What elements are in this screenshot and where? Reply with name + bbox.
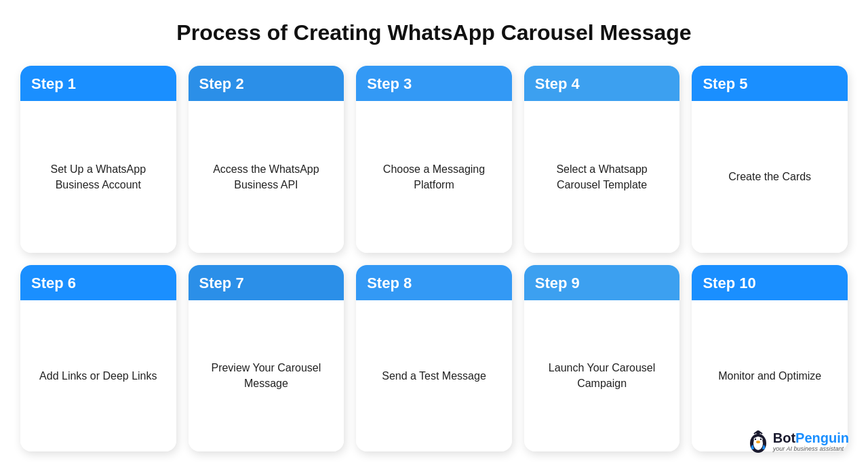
step-header-3: Step 3 [356, 66, 512, 101]
step-desc-2: Access the WhatsApp Business API [201, 161, 332, 193]
step-body-8: Send a Test Message [356, 300, 512, 452]
step-desc-7: Preview Your Carousel Message [201, 360, 332, 391]
step-desc-1: Set Up a WhatsApp Business Account [33, 161, 164, 193]
step-header-5: Step 5 [692, 66, 848, 101]
step-card-6: Step 6Add Links or Deep Links [20, 265, 176, 452]
brand-text: BotPenguin your AI business assistant [773, 430, 849, 452]
step-body-1: Set Up a WhatsApp Business Account [20, 101, 176, 253]
svg-point-6 [756, 441, 760, 443]
step-label-3: Step 3 [367, 75, 412, 92]
step-desc-8: Send a Test Message [382, 368, 486, 384]
step-header-6: Step 6 [20, 265, 176, 300]
step-header-7: Step 7 [189, 265, 344, 300]
step-label-4: Step 4 [535, 75, 580, 92]
step-card-7: Step 7Preview Your Carousel Message [189, 265, 344, 452]
step-body-9: Launch Your Carousel Campaign [524, 300, 680, 452]
step-label-5: Step 5 [703, 75, 747, 92]
step-card-2: Step 2Access the WhatsApp Business API [189, 66, 344, 253]
step-body-7: Preview Your Carousel Message [189, 300, 344, 452]
bot-penguin-icon [747, 428, 769, 454]
page-container: Process of Creating WhatsApp Carousel Me… [0, 0, 868, 465]
branding: BotPenguin your AI business assistant [747, 428, 849, 454]
brand-name-part1: Bot [773, 430, 795, 445]
step-card-3: Step 3Choose a Messaging Platform [356, 66, 512, 253]
step-header-8: Step 8 [356, 265, 512, 300]
step-card-9: Step 9Launch Your Carousel Campaign [524, 265, 680, 452]
page-title: Process of Creating WhatsApp Carousel Me… [176, 20, 691, 45]
step-label-7: Step 7 [199, 275, 244, 291]
step-header-1: Step 1 [20, 66, 176, 101]
step-label-10: Step 10 [703, 275, 755, 291]
step-desc-10: Monitor and Optimize [718, 368, 821, 384]
step-card-4: Step 4Select a Whatsapp Carousel Templat… [524, 66, 680, 253]
step-body-3: Choose a Messaging Platform [356, 101, 512, 253]
step-desc-5: Create the Cards [728, 169, 811, 184]
svg-point-5 [760, 439, 762, 440]
step-header-2: Step 2 [189, 66, 344, 101]
brand-name: BotPenguin [773, 430, 849, 445]
step-desc-4: Select a Whatsapp Carousel Template [536, 161, 668, 193]
svg-point-4 [755, 439, 756, 440]
brand-name-part2: Penguin [795, 430, 849, 445]
step-header-10: Step 10 [692, 265, 848, 300]
step-label-2: Step 2 [199, 75, 244, 92]
step-body-2: Access the WhatsApp Business API [189, 101, 344, 253]
step-label-9: Step 9 [535, 275, 580, 291]
step-header-4: Step 4 [524, 66, 680, 101]
step-desc-9: Launch Your Carousel Campaign [536, 360, 668, 391]
step-label-6: Step 6 [31, 275, 76, 291]
step-card-5: Step 5Create the Cards [692, 66, 848, 253]
step-card-8: Step 8Send a Test Message [356, 265, 512, 452]
step-label-8: Step 8 [367, 275, 412, 291]
step-desc-3: Choose a Messaging Platform [368, 161, 500, 193]
step-body-6: Add Links or Deep Links [20, 300, 176, 452]
step-body-5: Create the Cards [692, 101, 848, 253]
step-card-1: Step 1Set Up a WhatsApp Business Account [20, 66, 176, 253]
step-header-9: Step 9 [524, 265, 680, 300]
step-card-10: Step 10Monitor and Optimize [692, 265, 848, 452]
step-body-4: Select a Whatsapp Carousel Template [524, 101, 680, 253]
brand-tagline: your AI business assistant [773, 445, 844, 452]
svg-point-7 [756, 430, 760, 434]
steps-grid: Step 1Set Up a WhatsApp Business Account… [20, 66, 848, 451]
step-label-1: Step 1 [31, 75, 76, 92]
step-desc-6: Add Links or Deep Links [39, 368, 157, 384]
